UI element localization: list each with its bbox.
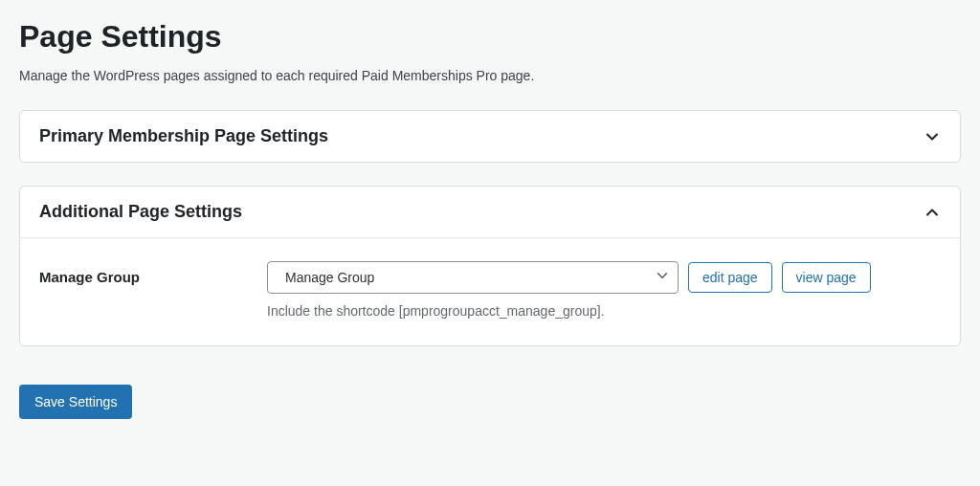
additional-panel-header[interactable]: Additional Page Settings <box>20 187 960 237</box>
save-settings-button[interactable]: Save Settings <box>19 385 132 419</box>
manage-group-select[interactable]: Manage Group <box>267 261 679 294</box>
page-title: Page Settings <box>19 19 961 55</box>
manage-group-help: Include the shortcode [pmprogroupacct_ma… <box>267 303 941 319</box>
primary-panel-title: Primary Membership Page Settings <box>39 126 328 146</box>
additional-panel-body: Manage Group Manage Group edit page view… <box>20 237 960 345</box>
additional-panel: Additional Page Settings Manage Group Ma… <box>19 186 961 346</box>
page-description: Manage the WordPress pages assigned to e… <box>19 68 961 83</box>
primary-panel-header[interactable]: Primary Membership Page Settings <box>20 111 960 162</box>
manage-group-select-wrap: Manage Group <box>267 261 679 294</box>
manage-group-label: Manage Group <box>39 261 267 285</box>
primary-panel: Primary Membership Page Settings <box>19 110 961 163</box>
chevron-down-icon <box>924 128 941 145</box>
manage-group-row: Manage Group Manage Group edit page view… <box>39 261 941 319</box>
manage-group-controls: Manage Group edit page view page Include… <box>267 261 941 319</box>
edit-page-button[interactable]: edit page <box>688 262 772 293</box>
additional-panel-title: Additional Page Settings <box>39 202 242 222</box>
chevron-up-icon <box>924 204 941 221</box>
view-page-button[interactable]: view page <box>782 262 871 293</box>
